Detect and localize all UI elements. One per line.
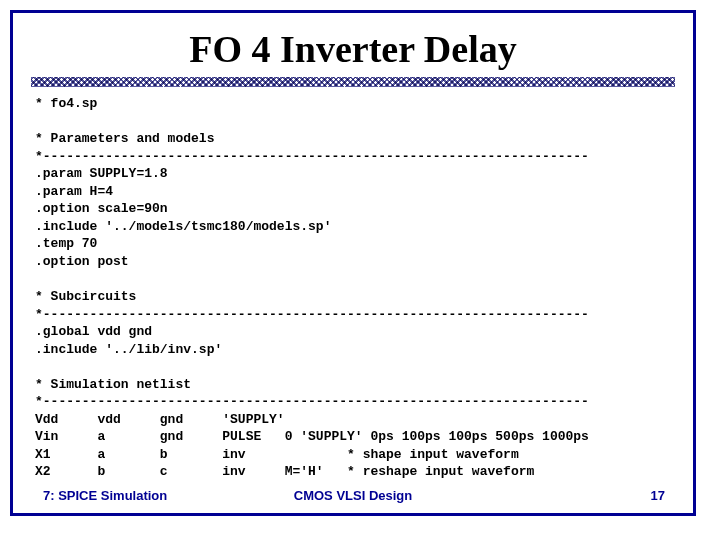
slide: FO 4 Inverter Delay * fo4.sp * Parameter… (10, 10, 696, 516)
code-block: * fo4.sp * Parameters and models *------… (35, 95, 671, 481)
footer-center: CMOS VLSI Design (13, 488, 693, 503)
footer: 7: SPICE Simulation CMOS VLSI Design 17 (13, 488, 693, 503)
page-title: FO 4 Inverter Delay (13, 27, 693, 71)
title-underline (31, 77, 675, 87)
